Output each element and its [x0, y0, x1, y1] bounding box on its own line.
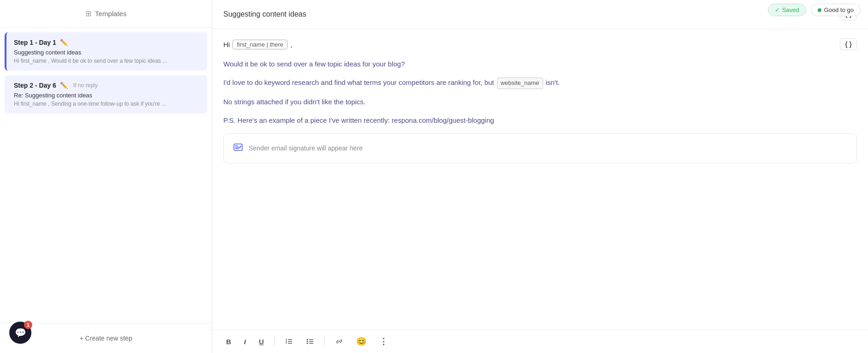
braces-button-2[interactable]: { } — [840, 38, 857, 50]
para4-text: P.S. Here's an example of a piece I've w… — [223, 116, 494, 124]
saved-badge: ✓ Saved — [768, 4, 806, 16]
signature-icon — [233, 142, 243, 155]
content-area: Suggesting content ideas { } Hi first_na… — [212, 0, 868, 353]
check-icon: ✓ — [775, 6, 780, 13]
create-step-label: + Create new step — [79, 335, 132, 342]
chat-badge: 1 — [24, 321, 32, 329]
toolbar-divider-2 — [324, 337, 325, 346]
italic-button[interactable]: I — [241, 336, 249, 347]
svg-point-7 — [306, 339, 308, 341]
unordered-list-button[interactable] — [303, 335, 317, 347]
step-preview-1: Hi first_name , Would it be ok to send o… — [14, 58, 200, 64]
step-card-header-2: Step 2 - Day 6 ✏️ If no reply — [14, 82, 200, 89]
step-preview-2: Hi first_name , Sending a one-time follo… — [14, 101, 200, 107]
sidebar-footer: + Create new step — [0, 323, 212, 353]
svg-point-9 — [306, 343, 308, 344]
create-new-step-button[interactable]: + Create new step — [7, 331, 204, 346]
content-title: Suggesting content ideas — [223, 10, 306, 18]
email-paragraph-1: Would it be ok to send over a few topic … — [223, 59, 857, 70]
emoji-button[interactable]: 😊 — [353, 335, 369, 348]
steps-list: Step 1 - Day 1 ✏️ Suggesting content ide… — [0, 28, 212, 323]
link-button[interactable] — [332, 335, 346, 347]
step-subject-1: Suggesting content ideas — [14, 49, 200, 56]
top-bar: ✓ Saved Good to go — [760, 0, 868, 20]
para2-after: isn't. — [546, 78, 560, 86]
step-condition-2: If no reply — [73, 82, 98, 89]
email-paragraph-3: No strings attached if you didn't like t… — [223, 96, 857, 108]
email-body: Hi first_name | there , { } Would it be … — [212, 29, 868, 329]
toolbar-divider-1 — [274, 337, 275, 346]
para3-text: No strings attached if you didn't like t… — [223, 98, 365, 106]
sidebar: ⊞ Templates Step 1 - Day 1 ✏️ Suggesting… — [0, 0, 212, 353]
step-card-header-1: Step 1 - Day 1 ✏️ — [14, 39, 200, 46]
step-title-2: Step 2 - Day 6 — [14, 82, 56, 89]
greeting-comma: , — [290, 41, 292, 48]
underline-button[interactable]: U — [256, 336, 267, 347]
para1-text: Would it be ok to send over a few topic … — [223, 60, 405, 68]
step-card-1[interactable]: Step 1 - Day 1 ✏️ Suggesting content ide… — [5, 32, 207, 71]
saved-label: Saved — [782, 6, 799, 13]
svg-point-8 — [306, 341, 308, 342]
templates-header: ⊞ Templates — [0, 0, 212, 28]
good-to-go-label: Good to go — [824, 6, 854, 13]
chat-icon: 💬 — [15, 327, 26, 338]
editor-toolbar: B I U 123 😊 ⋮ — [212, 329, 868, 353]
good-to-go-badge: Good to go — [811, 4, 861, 16]
step-subject-2: Re: Suggesting content ideas — [14, 92, 200, 99]
greeting-variable-tag[interactable]: first_name | there — [233, 40, 287, 49]
templates-icon: ⊞ — [85, 9, 91, 18]
email-greeting: Hi first_name | there , — [223, 40, 292, 49]
email-paragraph-2: I'd love to do keyword research and find… — [223, 77, 857, 89]
signature-text: Sender email signature will appear here — [249, 144, 363, 152]
step-card-2[interactable]: Step 2 - Day 6 ✏️ If no reply Re: Sugges… — [5, 75, 207, 114]
more-button[interactable]: ⋮ — [377, 335, 390, 348]
ordered-list-button[interactable]: 123 — [282, 335, 296, 347]
email-subject-row: Hi first_name | there , { } — [223, 38, 857, 50]
step-title-1: Step 1 - Day 1 — [14, 39, 56, 46]
signature-box: Sender email signature will appear here — [223, 133, 857, 163]
svg-text:3: 3 — [286, 341, 287, 344]
edit-icon-2[interactable]: ✏️ — [60, 82, 68, 89]
website-name-variable[interactable]: website_name — [497, 78, 543, 89]
chat-button[interactable]: 💬 1 — [9, 322, 31, 344]
templates-label: Templates — [95, 10, 126, 18]
status-dot-icon — [818, 8, 821, 12]
greeting-before: Hi — [223, 41, 230, 48]
main-layout: ⊞ Templates Step 1 - Day 1 ✏️ Suggesting… — [0, 0, 868, 353]
bold-button[interactable]: B — [223, 336, 234, 347]
edit-icon-1[interactable]: ✏️ — [60, 39, 68, 46]
email-paragraph-4: P.S. Here's an example of a piece I've w… — [223, 115, 857, 126]
para2-before: I'd love to do keyword research and find… — [223, 78, 494, 86]
